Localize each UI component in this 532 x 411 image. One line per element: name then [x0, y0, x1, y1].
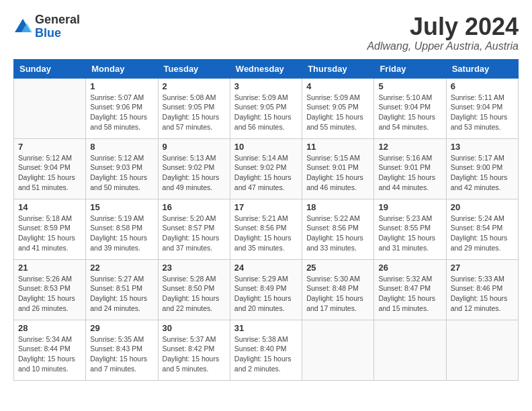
calendar-table: SundayMondayTuesdayWednesdayThursdayFrid…	[13, 59, 519, 381]
day-info: Sunrise: 5:11 AM Sunset: 9:04 PM Dayligh…	[451, 93, 514, 132]
calendar-cell: 8Sunrise: 5:12 AM Sunset: 9:03 PM Daylig…	[86, 138, 158, 199]
day-info: Sunrise: 5:23 AM Sunset: 8:55 PM Dayligh…	[378, 214, 441, 253]
day-info: Sunrise: 5:12 AM Sunset: 9:04 PM Dayligh…	[18, 153, 81, 193]
calendar-cell: 22Sunrise: 5:27 AM Sunset: 8:51 PM Dayli…	[86, 259, 158, 320]
logo-general: General	[35, 13, 80, 26]
day-number: 17	[234, 202, 298, 212]
weekday-header-tuesday: Tuesday	[158, 59, 230, 78]
day-info: Sunrise: 5:08 AM Sunset: 9:05 PM Dayligh…	[163, 93, 226, 132]
day-info: Sunrise: 5:37 AM Sunset: 8:42 PM Dayligh…	[163, 334, 226, 374]
day-info: Sunrise: 5:32 AM Sunset: 8:47 PM Dayligh…	[378, 274, 441, 314]
day-number: 4	[306, 81, 369, 91]
calendar-cell: 20Sunrise: 5:24 AM Sunset: 8:54 PM Dayli…	[446, 199, 518, 259]
calendar-cell: 24Sunrise: 5:29 AM Sunset: 8:49 PM Dayli…	[230, 259, 302, 320]
day-number: 29	[90, 323, 153, 333]
weekday-header-sunday: Sunday	[14, 59, 86, 78]
calendar-cell: 1Sunrise: 5:07 AM Sunset: 9:06 PM Daylig…	[86, 78, 158, 138]
week-row-3: 21Sunrise: 5:26 AM Sunset: 8:53 PM Dayli…	[14, 259, 519, 320]
day-number: 12	[378, 142, 441, 152]
calendar-cell: 3Sunrise: 5:09 AM Sunset: 9:05 PM Daylig…	[230, 78, 302, 138]
day-info: Sunrise: 5:35 AM Sunset: 8:43 PM Dayligh…	[90, 334, 153, 374]
day-number: 28	[18, 323, 81, 333]
weekday-header-monday: Monday	[86, 59, 158, 78]
calendar-cell: 16Sunrise: 5:20 AM Sunset: 8:57 PM Dayli…	[158, 199, 230, 259]
day-number: 14	[18, 202, 81, 212]
day-number: 2	[163, 81, 226, 91]
calendar-cell: 9Sunrise: 5:13 AM Sunset: 9:02 PM Daylig…	[158, 138, 230, 199]
day-number: 30	[163, 323, 226, 333]
day-info: Sunrise: 5:17 AM Sunset: 9:00 PM Dayligh…	[451, 153, 514, 193]
calendar-cell: 29Sunrise: 5:35 AM Sunset: 8:43 PM Dayli…	[86, 320, 158, 380]
day-info: Sunrise: 5:34 AM Sunset: 8:44 PM Dayligh…	[18, 334, 81, 374]
day-info: Sunrise: 5:29 AM Sunset: 8:49 PM Dayligh…	[234, 274, 298, 314]
calendar-cell: 18Sunrise: 5:22 AM Sunset: 8:56 PM Dayli…	[302, 199, 374, 259]
calendar-cell: 17Sunrise: 5:21 AM Sunset: 8:56 PM Dayli…	[230, 199, 302, 259]
day-number: 27	[451, 263, 514, 273]
day-info: Sunrise: 5:13 AM Sunset: 9:02 PM Dayligh…	[163, 153, 226, 193]
month-year: July 2024	[367, 13, 519, 40]
calendar-cell: 12Sunrise: 5:16 AM Sunset: 9:01 PM Dayli…	[374, 138, 446, 199]
day-info: Sunrise: 5:19 AM Sunset: 8:58 PM Dayligh…	[90, 214, 153, 253]
calendar-cell	[446, 320, 518, 380]
day-number: 9	[163, 142, 226, 152]
day-number: 7	[18, 142, 81, 152]
day-number: 1	[90, 81, 153, 91]
week-row-4: 28Sunrise: 5:34 AM Sunset: 8:44 PM Dayli…	[14, 320, 519, 380]
day-number: 22	[90, 263, 153, 273]
day-info: Sunrise: 5:09 AM Sunset: 9:05 PM Dayligh…	[306, 93, 369, 132]
calendar-cell: 5Sunrise: 5:10 AM Sunset: 9:04 PM Daylig…	[374, 78, 446, 138]
day-number: 3	[234, 81, 298, 91]
week-row-1: 7Sunrise: 5:12 AM Sunset: 9:04 PM Daylig…	[14, 138, 519, 199]
location: Adlwang, Upper Austria, Austria	[367, 40, 519, 52]
calendar-cell: 10Sunrise: 5:14 AM Sunset: 9:02 PM Dayli…	[230, 138, 302, 199]
calendar-cell: 30Sunrise: 5:37 AM Sunset: 8:42 PM Dayli…	[158, 320, 230, 380]
day-info: Sunrise: 5:10 AM Sunset: 9:04 PM Dayligh…	[378, 93, 441, 132]
day-number: 6	[451, 81, 514, 91]
calendar-cell: 26Sunrise: 5:32 AM Sunset: 8:47 PM Dayli…	[374, 259, 446, 320]
calendar-cell	[302, 320, 374, 380]
day-info: Sunrise: 5:07 AM Sunset: 9:06 PM Dayligh…	[90, 93, 153, 132]
day-number: 31	[234, 323, 298, 333]
day-info: Sunrise: 5:21 AM Sunset: 8:56 PM Dayligh…	[234, 214, 298, 253]
page-header: General Blue July 2024 Adlwang, Upper Au…	[13, 13, 519, 52]
day-info: Sunrise: 5:30 AM Sunset: 8:48 PM Dayligh…	[306, 274, 369, 314]
week-row-0: 1Sunrise: 5:07 AM Sunset: 9:06 PM Daylig…	[14, 78, 519, 138]
day-number: 13	[451, 142, 514, 152]
logo-icon	[13, 17, 32, 36]
calendar-cell	[14, 78, 86, 138]
day-number: 16	[163, 202, 226, 212]
day-number: 20	[451, 202, 514, 212]
weekday-header-saturday: Saturday	[446, 59, 518, 78]
day-number: 8	[90, 142, 153, 152]
title-block: July 2024 Adlwang, Upper Austria, Austri…	[367, 13, 519, 52]
day-number: 25	[306, 263, 369, 273]
calendar-cell: 6Sunrise: 5:11 AM Sunset: 9:04 PM Daylig…	[446, 78, 518, 138]
day-info: Sunrise: 5:27 AM Sunset: 8:51 PM Dayligh…	[90, 274, 153, 314]
calendar-cell: 31Sunrise: 5:38 AM Sunset: 8:40 PM Dayli…	[230, 320, 302, 380]
day-number: 18	[306, 202, 369, 212]
day-number: 11	[306, 142, 369, 152]
logo: General Blue	[13, 13, 80, 40]
day-info: Sunrise: 5:33 AM Sunset: 8:46 PM Dayligh…	[451, 274, 514, 314]
calendar-cell: 21Sunrise: 5:26 AM Sunset: 8:53 PM Dayli…	[14, 259, 86, 320]
calendar-cell: 15Sunrise: 5:19 AM Sunset: 8:58 PM Dayli…	[86, 199, 158, 259]
calendar-cell: 4Sunrise: 5:09 AM Sunset: 9:05 PM Daylig…	[302, 78, 374, 138]
calendar-cell: 23Sunrise: 5:28 AM Sunset: 8:50 PM Dayli…	[158, 259, 230, 320]
calendar-cell: 2Sunrise: 5:08 AM Sunset: 9:05 PM Daylig…	[158, 78, 230, 138]
weekday-header-friday: Friday	[374, 59, 446, 78]
day-number: 15	[90, 202, 153, 212]
day-info: Sunrise: 5:12 AM Sunset: 9:03 PM Dayligh…	[90, 153, 153, 193]
day-number: 24	[234, 263, 298, 273]
calendar-cell: 27Sunrise: 5:33 AM Sunset: 8:46 PM Dayli…	[446, 259, 518, 320]
day-number: 5	[378, 81, 441, 91]
weekday-header-row: SundayMondayTuesdayWednesdayThursdayFrid…	[14, 59, 519, 78]
day-info: Sunrise: 5:28 AM Sunset: 8:50 PM Dayligh…	[163, 274, 226, 314]
calendar-cell: 13Sunrise: 5:17 AM Sunset: 9:00 PM Dayli…	[446, 138, 518, 199]
day-info: Sunrise: 5:24 AM Sunset: 8:54 PM Dayligh…	[451, 214, 514, 253]
weekday-header-wednesday: Wednesday	[230, 59, 302, 78]
day-info: Sunrise: 5:22 AM Sunset: 8:56 PM Dayligh…	[306, 214, 369, 253]
day-info: Sunrise: 5:16 AM Sunset: 9:01 PM Dayligh…	[378, 153, 441, 193]
day-info: Sunrise: 5:18 AM Sunset: 8:59 PM Dayligh…	[18, 214, 81, 253]
day-info: Sunrise: 5:20 AM Sunset: 8:57 PM Dayligh…	[163, 214, 226, 253]
calendar-cell: 14Sunrise: 5:18 AM Sunset: 8:59 PM Dayli…	[14, 199, 86, 259]
